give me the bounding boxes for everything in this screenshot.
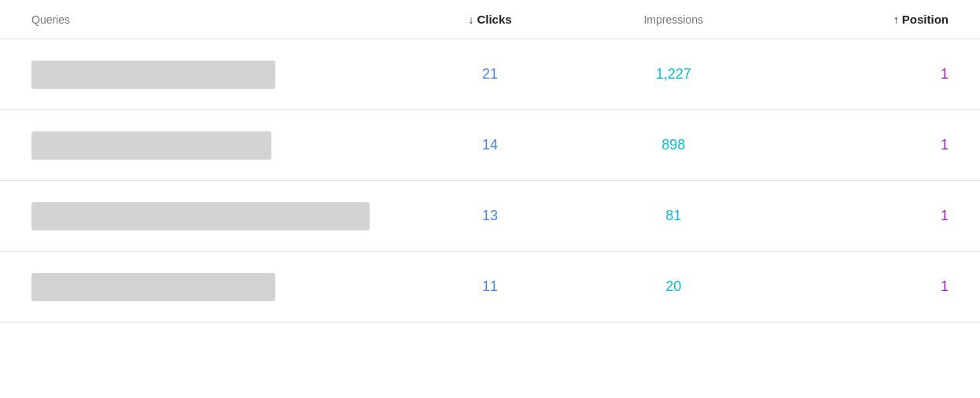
table-row[interactable]: 13 81 1: [0, 181, 980, 252]
cell-impressions: 1,227: [582, 66, 765, 83]
cell-position: 1: [765, 208, 949, 224]
query-bar: [31, 273, 275, 301]
cell-impressions: 20: [582, 278, 765, 295]
cell-clicks: 21: [398, 66, 581, 83]
cell-clicks: 13: [398, 208, 581, 224]
query-bar: [31, 202, 370, 230]
column-header-impressions[interactable]: Impressions: [582, 13, 765, 26]
query-bar-container: [31, 131, 398, 160]
query-bar-container: [31, 273, 398, 301]
table-header: Queries ↓Clicks Impressions ↑Position: [0, 0, 980, 39]
table-body: 21 1,227 1 14 898 1 13 81 1 11 20 1: [0, 39, 980, 322]
table-row[interactable]: 11 20 1: [0, 252, 980, 322]
column-header-queries[interactable]: Queries: [31, 13, 398, 26]
query-bar-container: [31, 202, 398, 230]
cell-clicks: 11: [398, 278, 581, 295]
cell-impressions: 81: [582, 208, 765, 224]
column-header-clicks[interactable]: ↓Clicks: [398, 13, 581, 26]
cell-clicks: 14: [398, 137, 581, 153]
query-bar-container: [31, 61, 398, 89]
column-header-position[interactable]: ↑Position: [765, 13, 949, 26]
position-sort-arrow: ↑: [893, 13, 899, 26]
table-row[interactable]: 21 1,227 1: [0, 39, 980, 110]
cell-position: 1: [765, 137, 949, 153]
table-row[interactable]: 14 898 1: [0, 110, 980, 181]
cell-position: 1: [765, 66, 949, 83]
query-bar: [31, 61, 275, 89]
clicks-sort-arrow: ↓: [468, 13, 473, 26]
cell-impressions: 898: [582, 137, 765, 153]
cell-position: 1: [765, 278, 949, 295]
query-bar: [31, 131, 271, 160]
queries-table: Queries ↓Clicks Impressions ↑Position 21…: [0, 0, 980, 322]
